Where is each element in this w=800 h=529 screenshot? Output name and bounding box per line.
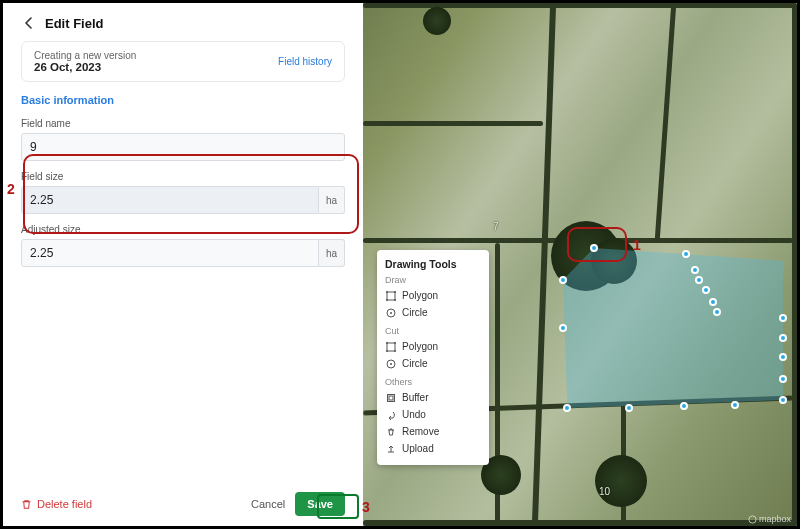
map-canvas[interactable]: 7 11 10 Drawing Tools: [363, 3, 797, 526]
others-section-label: Others: [385, 377, 481, 387]
svg-point-9: [394, 342, 396, 344]
delete-field-button[interactable]: Delete field: [21, 498, 92, 510]
tool-buffer[interactable]: Buffer: [385, 389, 481, 406]
tool-draw-circle[interactable]: Circle: [385, 304, 481, 321]
annotation-number-3: 3: [362, 499, 370, 515]
draw-section-label: Draw: [385, 275, 481, 285]
adjusted-size-label: Adjusted size: [21, 224, 345, 235]
polygon-icon: [385, 290, 396, 301]
circle-icon: [385, 358, 396, 369]
svg-point-8: [386, 342, 388, 344]
field-name-label: Field name: [21, 118, 345, 129]
app-frame: Edit Field Creating a new version 26 Oct…: [0, 0, 800, 529]
undo-icon: [385, 409, 396, 420]
tool-draw-polygon[interactable]: Polygon: [385, 287, 481, 304]
svg-point-10: [386, 350, 388, 352]
parcel-label: 10: [599, 486, 610, 497]
adjusted-size-unit: ha: [319, 239, 345, 267]
svg-rect-0: [387, 292, 395, 300]
buffer-icon: [385, 392, 396, 403]
field-size-label: Field size: [21, 171, 345, 182]
svg-point-1: [386, 291, 388, 293]
save-button[interactable]: Save: [295, 492, 345, 516]
edit-field-panel: Edit Field Creating a new version 26 Oct…: [3, 3, 363, 526]
tool-remove[interactable]: Remove: [385, 423, 481, 440]
circle-icon: [385, 307, 396, 318]
drawing-tools-panel: Drawing Tools Draw Polygon Circle Cut Po…: [377, 250, 489, 465]
panel-header: Edit Field: [21, 15, 345, 31]
trash-icon: [385, 426, 396, 437]
svg-point-6: [390, 312, 392, 314]
field-history-link[interactable]: Field history: [278, 56, 332, 67]
svg-rect-15: [389, 396, 393, 400]
back-icon[interactable]: [21, 15, 37, 31]
svg-point-11: [394, 350, 396, 352]
cancel-button[interactable]: Cancel: [251, 498, 285, 510]
svg-point-16: [749, 515, 756, 522]
tool-cut-circle[interactable]: Circle: [385, 355, 481, 372]
delete-field-label: Delete field: [37, 498, 92, 510]
selected-field-polygon[interactable]: [563, 248, 783, 408]
panel-footer: Delete field Cancel Save: [21, 484, 345, 516]
version-caption: Creating a new version: [34, 50, 136, 61]
svg-point-2: [394, 291, 396, 293]
version-card: Creating a new version 26 Oct, 2023 Fiel…: [21, 41, 345, 82]
svg-point-3: [386, 299, 388, 301]
tool-cut-polygon[interactable]: Polygon: [385, 338, 481, 355]
tool-upload[interactable]: Upload: [385, 440, 481, 457]
svg-rect-7: [387, 343, 395, 351]
svg-point-13: [390, 363, 392, 365]
svg-point-4: [394, 299, 396, 301]
annotation-number-2: 2: [7, 181, 15, 197]
page-title: Edit Field: [45, 16, 104, 31]
drawing-tools-title: Drawing Tools: [385, 258, 481, 270]
adjusted-size-input[interactable]: [21, 239, 319, 267]
tool-undo[interactable]: Undo: [385, 406, 481, 423]
field-size-input[interactable]: [21, 186, 319, 214]
cut-section-label: Cut: [385, 326, 481, 336]
map-attribution: mapbox: [748, 514, 791, 524]
polygon-icon: [385, 341, 396, 352]
field-size-unit: ha: [319, 186, 345, 214]
annotation-number-1: 1: [633, 237, 641, 253]
upload-icon: [385, 443, 396, 454]
parcel-label: 7: [493, 221, 499, 232]
version-date: 26 Oct, 2023: [34, 61, 136, 73]
field-name-input[interactable]: [21, 133, 345, 161]
trash-icon: [21, 499, 32, 510]
section-basic-info: Basic information: [21, 94, 345, 106]
